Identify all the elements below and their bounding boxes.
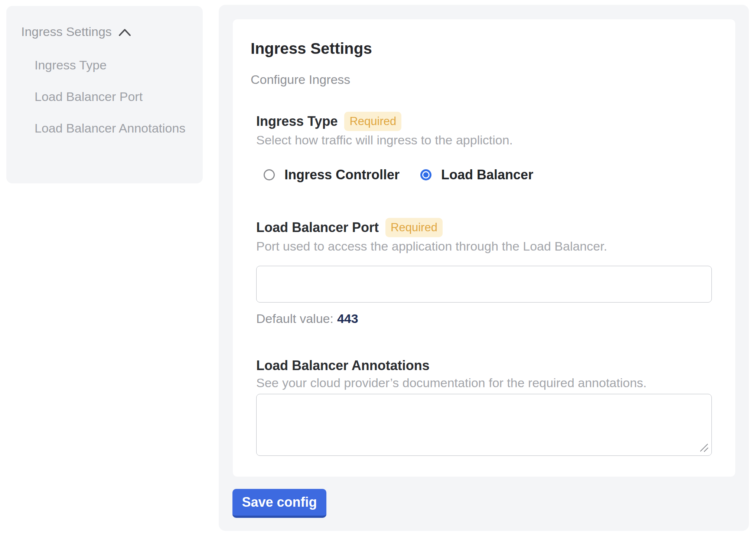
load-balancer-annotations-textarea[interactable]: [256, 394, 712, 456]
load-balancer-port-label: Load Balancer Port: [256, 219, 379, 236]
radio-button-load-balancer[interactable]: [420, 169, 431, 180]
page-subtitle: Configure Ingress: [251, 72, 712, 87]
section-load-balancer-annotations: Load Balancer Annotations See your cloud…: [256, 357, 712, 456]
chevron-up-icon: [118, 28, 131, 36]
required-badge: Required: [385, 218, 443, 237]
page-title: Ingress Settings: [251, 39, 712, 58]
textarea-resize-icon[interactable]: [699, 442, 709, 453]
load-balancer-port-description: Port used to access the application thro…: [256, 239, 712, 254]
sidebar-item-load-balancer-port[interactable]: Load Balancer Port: [35, 86, 192, 107]
sidebar-items: Ingress Type Load Balancer Port Load Bal…: [35, 54, 192, 139]
section-load-balancer-port: Load Balancer Port Required Port used to…: [256, 218, 712, 326]
radio-button-ingress-controller[interactable]: [264, 169, 275, 180]
save-config-button[interactable]: Save config: [232, 489, 326, 518]
main-panel: Ingress Settings Configure Ingress Ingre…: [219, 5, 749, 531]
sidebar-section-title: Ingress Settings: [21, 24, 112, 39]
radio-option-load-balancer[interactable]: Load Balancer: [420, 167, 533, 182]
sidebar-item-load-balancer-annotations[interactable]: Load Balancer Annotations: [35, 117, 192, 139]
default-value-label: Default value:: [256, 311, 333, 326]
ingress-type-label: Ingress Type: [256, 113, 338, 130]
radio-label-load-balancer[interactable]: Load Balancer: [441, 167, 533, 182]
ingress-type-description: Select how traffic will ingress to the a…: [256, 133, 712, 147]
radio-option-ingress-controller[interactable]: Ingress Controller: [264, 167, 400, 182]
ingress-settings-card: Ingress Settings Configure Ingress Ingre…: [233, 19, 735, 477]
section-ingress-type: Ingress Type Required Select how traffic…: [256, 112, 712, 182]
default-value: 443: [337, 311, 358, 326]
load-balancer-port-input[interactable]: [256, 266, 712, 303]
settings-sidebar: Ingress Settings Ingress Type Load Balan…: [6, 6, 203, 183]
load-balancer-annotations-label: Load Balancer Annotations: [256, 357, 430, 374]
default-value-helper: Default value:443: [256, 311, 712, 326]
load-balancer-annotations-description: See your cloud provider’s documentation …: [256, 375, 712, 390]
required-badge: Required: [344, 112, 401, 131]
sidebar-section-toggle[interactable]: Ingress Settings: [6, 6, 203, 39]
ingress-type-radio-group: Ingress Controller Load Balancer: [264, 167, 712, 182]
radio-label-ingress-controller[interactable]: Ingress Controller: [284, 167, 400, 182]
sidebar-item-ingress-type[interactable]: Ingress Type: [35, 54, 192, 76]
